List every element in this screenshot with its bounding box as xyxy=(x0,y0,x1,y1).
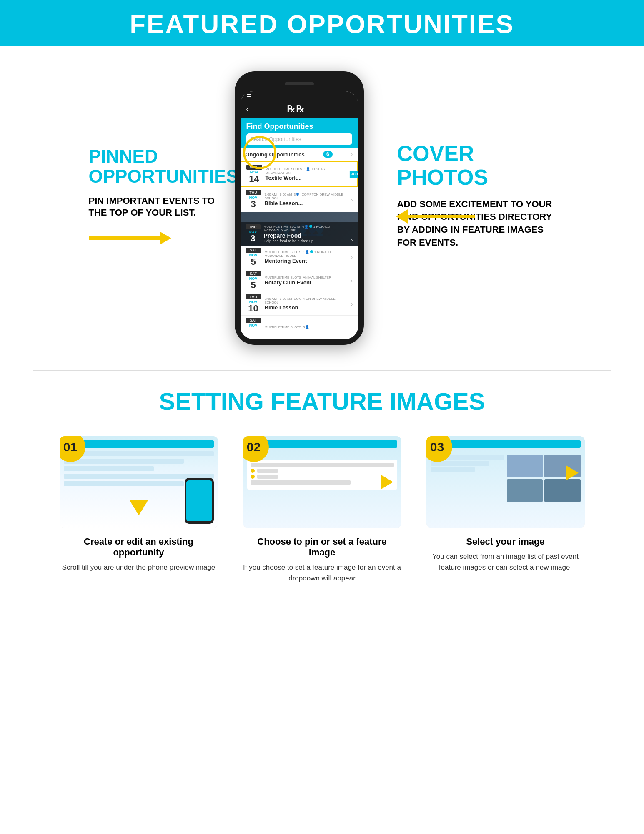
arrow-tip-right xyxy=(396,209,408,224)
mock-arrow-down xyxy=(130,500,148,515)
step-1-screenshot: 01 xyxy=(60,436,218,528)
phone-mockup: ☰ ‹ ℞℞ Find Opportunities Search Opportu… xyxy=(235,71,364,345)
event-info-1: MULTIPLE TIME SLOTS 1👤 ELSEAS ORGANIZATI… xyxy=(266,167,347,181)
steps-row: 01 Create or edit an existing opportunit… xyxy=(33,436,611,583)
small-event-3: THU NOV 10 8:00 AM - 9:00 AM COMPTON DRE… xyxy=(241,292,358,316)
cover-photos-title: COVER PHOTOS xyxy=(397,142,556,189)
event-meta: MULTIPLE TIME SLOTS 1👤 ELSEAS ORGANIZATI… xyxy=(266,167,347,175)
cover-event-title: Prepare Food xyxy=(264,232,348,239)
se3-day: THU xyxy=(246,294,261,299)
step-2-screenshot: 02 xyxy=(243,436,401,528)
app-search-bar[interactable]: Search Opportunities xyxy=(246,133,352,145)
se2-title: Rotary Club Event xyxy=(265,279,348,286)
cover-num: 3 xyxy=(246,234,261,243)
cover-date-box: THU NOV 3 xyxy=(246,224,261,243)
event-title-2: Bible Lesson... xyxy=(265,200,348,206)
chevron-right-icon-2: › xyxy=(351,196,353,203)
step-3-screenshot: 03 xyxy=(426,436,585,528)
se3-chevron-icon: › xyxy=(351,301,353,307)
bottom-section: SETTING FEATURE IMAGES 01 xyxy=(0,379,644,608)
page-title: FEATURED OPPORTUNITIES xyxy=(0,9,644,39)
arrow-line-right xyxy=(408,215,475,218)
event-2: THU NOV 3 7:00 AM - 9:00 AM 3👤 COMPTON D… xyxy=(241,187,358,212)
cover-chevron-icon: › xyxy=(351,236,353,243)
cover-overlay: THU NOV 3 MULTIPLE TIME SLOTS 4👤 1 RONAL… xyxy=(241,222,358,246)
mock-row xyxy=(431,467,475,472)
mock-phone-mini xyxy=(185,478,214,524)
se4-date: SAT NOV xyxy=(246,318,261,337)
signup-ribbon: SIGN UP xyxy=(350,171,358,178)
mock-row xyxy=(64,451,214,456)
hamburger-icon: ☰ xyxy=(246,93,252,100)
step-2-title: Choose to pin or set a feature image xyxy=(243,536,401,558)
step-3-desc: You can select from an image list of pas… xyxy=(426,551,585,573)
small-event-1: SAT NOV 5 MULTIPLE TIME SLOTS 1👤 1 RONAL… xyxy=(241,246,358,269)
app-section-header: Ongoing Opportunities 6 › xyxy=(241,148,358,161)
cover-event-sub: Help bag food to be picked up xyxy=(264,239,348,243)
search-placeholder: Search Opportunities xyxy=(251,136,301,142)
se3-num: 10 xyxy=(246,304,261,313)
top-section: PINNED OPPORTUNITIES PIN IMPORTANT EVENT… xyxy=(0,46,644,362)
mock-form-row-2 xyxy=(251,480,351,485)
mock-radio-label-2 xyxy=(257,475,278,479)
event-date-box: MON NOV 14 xyxy=(246,165,262,183)
step-2-card: 02 xyxy=(243,436,401,583)
se1-chevron-icon: › xyxy=(351,254,353,261)
chevron-icon: › xyxy=(351,151,353,158)
mock-arrow-right xyxy=(381,475,393,490)
phone-speaker xyxy=(285,82,314,85)
pinned-event-1: MON NOV 14 MULTIPLE TIME SLOTS 1👤 ELSEAS… xyxy=(241,161,358,187)
mock-radio-2 xyxy=(251,475,255,479)
mock-topbar-3 xyxy=(431,440,581,448)
step-3-num: 03 xyxy=(430,440,444,454)
phone-outer: ☰ ‹ ℞℞ Find Opportunities Search Opportu… xyxy=(235,71,364,345)
arrow-left xyxy=(89,231,222,245)
arrow-line xyxy=(89,236,160,240)
event-info-2: 7:00 AM - 9:00 AM 3👤 COMPTON DREW MIDDLE… xyxy=(265,193,348,206)
pinned-title: PINNED OPPORTUNITIES xyxy=(89,146,222,187)
mock-radio-row xyxy=(251,469,394,473)
event-num-2: 3 xyxy=(246,200,261,209)
mock-layout-row xyxy=(431,455,581,502)
bottom-title: SETTING FEATURE IMAGES xyxy=(33,387,611,415)
se3-meta: 8:00 AM - 9:00 AM COMPTON DREW MIDDLE SC… xyxy=(265,297,348,304)
step-3-card: 03 xyxy=(426,436,585,573)
mock-img-1 xyxy=(507,455,543,477)
phone-logobar: ‹ ℞℞ xyxy=(241,101,358,118)
event-title: Textile Work... xyxy=(266,175,347,181)
se2-day: SAT xyxy=(246,271,261,276)
small-event-4: SAT NOV MULTIPLE TIME SLOTS 3👤 xyxy=(241,316,358,339)
step-3-title: Select your image xyxy=(466,536,544,547)
mock-row xyxy=(64,459,184,464)
se2-date: SAT NOV 5 xyxy=(246,271,261,290)
se4-meta: MULTIPLE TIME SLOTS 3👤 xyxy=(265,325,353,329)
step-2-num: 02 xyxy=(247,440,261,454)
cover-day: THU xyxy=(246,224,261,229)
event-num: 14 xyxy=(246,174,262,183)
mock-img-3 xyxy=(507,479,543,502)
mock-left-col xyxy=(431,455,504,502)
header-banner: FEATURED OPPORTUNITIES xyxy=(0,0,644,46)
event-day-2: THU xyxy=(246,190,261,195)
mock-form xyxy=(247,460,397,490)
event-meta-2: 7:00 AM - 9:00 AM 3👤 COMPTON DREW MIDDLE… xyxy=(265,193,348,200)
mock-img-4 xyxy=(544,479,581,502)
mock-topbar-1 xyxy=(64,440,214,448)
pinned-desc: PIN IMPORTANT EVENTS TO THE TOP OF YOUR … xyxy=(89,195,222,219)
step-1-title: Create or edit an existing opportunity xyxy=(60,536,218,558)
app-find-title: Find Opportunities xyxy=(246,122,352,131)
se1-meta: MULTIPLE TIME SLOTS 1👤 1 RONALD MCDONALD… xyxy=(265,250,348,258)
event-day: MON xyxy=(246,165,262,170)
app-logo: ℞℞ xyxy=(287,104,305,115)
se1-title: Mentoring Event xyxy=(265,258,348,264)
se1-num: 5 xyxy=(246,257,261,266)
mock-arrow-right-3 xyxy=(566,465,579,480)
se4-num xyxy=(246,327,261,337)
se2-meta: MULTIPLE TIME SLOTS ANIMAL SHELTER xyxy=(265,276,348,279)
phone-screen: ☰ ‹ ℞℞ Find Opportunities Search Opportu… xyxy=(241,91,358,339)
back-button[interactable]: ‹ xyxy=(246,106,248,113)
step-1-desc: Scroll till you are under the phone prev… xyxy=(62,562,216,573)
se4-day: SAT xyxy=(246,318,261,323)
se3-date: THU NOV 10 xyxy=(246,294,261,313)
mock-radio-row-2 xyxy=(251,475,394,479)
